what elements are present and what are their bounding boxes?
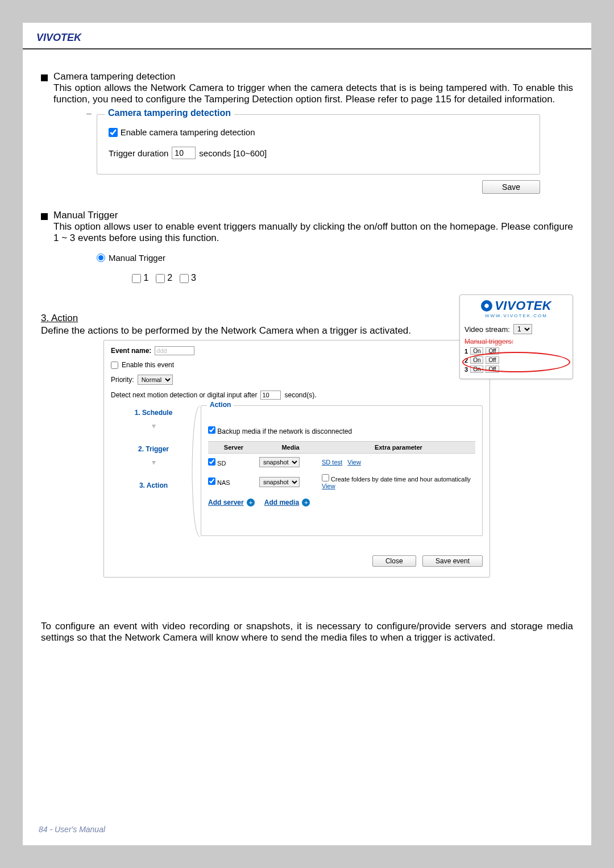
mt-3-on-button[interactable]: On — [470, 366, 483, 373]
manual-trigger-radio[interactable] — [97, 254, 105, 262]
section2-body: This option allows user to enable event … — [53, 221, 573, 244]
priority-label: Priority: — [111, 376, 134, 384]
enable-tampering-checkbox[interactable] — [109, 128, 118, 137]
section1-body: This option allows the Network Camera to… — [53, 82, 573, 105]
sd-view-link[interactable]: View — [347, 459, 361, 466]
mt-row-1: 1 — [464, 348, 468, 355]
sd-label: SD — [217, 460, 226, 467]
plus-icon: + — [247, 499, 255, 506]
logo-text: VIVOTEK — [495, 298, 551, 313]
sd-test-link[interactable]: SD test — [322, 459, 342, 466]
action-legend: Action — [207, 401, 234, 409]
video-stream-select[interactable]: 1 — [513, 324, 532, 334]
event-name-label: Event name: — [111, 347, 151, 355]
mt-checkbox-1[interactable] — [132, 274, 141, 283]
step-trigger[interactable]: 2. Trigger — [111, 445, 196, 453]
sd-checkbox[interactable] — [208, 458, 215, 466]
mt-row-3: 3 — [464, 366, 468, 373]
logo-subtext: WWW.VIVOTEK.COM — [464, 313, 568, 318]
mt-2: 2 — [167, 273, 172, 283]
mt-1-off-button[interactable]: Off — [486, 347, 499, 355]
nas-media-select[interactable]: snapshot — [259, 477, 300, 487]
trigger-duration-input[interactable] — [172, 147, 196, 159]
plus-icon: + — [302, 499, 310, 506]
event-name-input[interactable] — [155, 346, 194, 355]
th-server: Server — [208, 442, 259, 453]
th-extra: Extra parameter — [322, 442, 475, 453]
manual-triggers-label: Manual triggers: — [464, 338, 568, 346]
detect-interval-input[interactable] — [260, 391, 281, 400]
nas-checkbox[interactable] — [208, 477, 215, 485]
mt-2-on-button[interactable]: On — [470, 356, 483, 364]
nas-view-link[interactable]: View — [322, 483, 335, 489]
sd-media-select[interactable]: snapshot — [259, 457, 300, 467]
section2-title: Manual Trigger — [53, 210, 573, 221]
enable-tampering-label: Enable camera tampering detection — [121, 127, 255, 137]
add-media-link[interactable]: Add media — [264, 499, 299, 506]
page-footer: 84 - User's Manual — [39, 825, 105, 834]
collapse-icon[interactable]: – — [86, 109, 94, 117]
th-media: Media — [259, 442, 322, 453]
enable-event-checkbox[interactable] — [111, 362, 118, 369]
mt-2-off-button[interactable]: Off — [486, 356, 499, 364]
note-paragraph: To configure an event with video recordi… — [41, 621, 573, 643]
arrow-down-icon: ▾ — [111, 458, 196, 467]
mt-1: 1 — [143, 273, 148, 283]
manual-trigger-label: Manual Trigger — [109, 253, 165, 263]
close-button[interactable]: Close — [372, 555, 416, 567]
mt-1-on-button[interactable]: On — [470, 347, 483, 355]
bullet-icon — [41, 74, 48, 81]
action-heading: 3. Action — [41, 313, 78, 323]
save-event-button[interactable]: Save event — [422, 555, 483, 567]
bullet-icon — [41, 213, 48, 220]
brand-text: VIVOTEK — [36, 32, 81, 43]
step-action[interactable]: 3. Action — [111, 481, 196, 489]
mt-checkbox-2[interactable] — [156, 274, 165, 283]
add-server-link[interactable]: Add server — [208, 499, 244, 506]
step-schedule[interactable]: 1. Schedule — [111, 409, 196, 417]
section1-title: Camera tampering detection — [53, 71, 573, 82]
video-widget: VIVOTEK WWW.VIVOTEK.COM Video stream: 1 … — [459, 294, 573, 379]
arrow-down-icon: ▾ — [111, 421, 196, 430]
bracket-icon — [190, 406, 201, 537]
mt-checkbox-3[interactable] — [180, 274, 189, 283]
priority-select[interactable]: Normal — [138, 375, 173, 385]
eye-icon — [481, 300, 492, 312]
trigger-duration-suffix: seconds [10~600] — [199, 148, 267, 158]
enable-event-label: Enable this event — [122, 361, 174, 369]
nas-label: NAS — [217, 479, 230, 486]
backup-media-checkbox[interactable] — [208, 426, 215, 434]
tampering-legend: Camera tampering detection — [105, 108, 234, 118]
mt-3: 3 — [191, 273, 196, 283]
detect-label-post: second(s). — [284, 391, 316, 399]
backup-media-label: Backup media if the network is disconnec… — [217, 427, 352, 435]
save-button[interactable]: Save — [482, 180, 540, 194]
create-folders-label: Create folders by date time and hour aut… — [331, 476, 471, 483]
mt-row-2: 2 — [464, 357, 468, 364]
detect-label-pre: Detect next motion detection or digital … — [111, 391, 257, 399]
event-dialog: Event name: Enable this event Priority: … — [103, 340, 490, 578]
trigger-duration-label: Trigger duration — [109, 148, 168, 158]
create-folders-checkbox[interactable] — [322, 474, 329, 481]
video-stream-label: Video stream: — [464, 325, 510, 334]
mt-3-off-button[interactable]: Off — [486, 366, 499, 373]
